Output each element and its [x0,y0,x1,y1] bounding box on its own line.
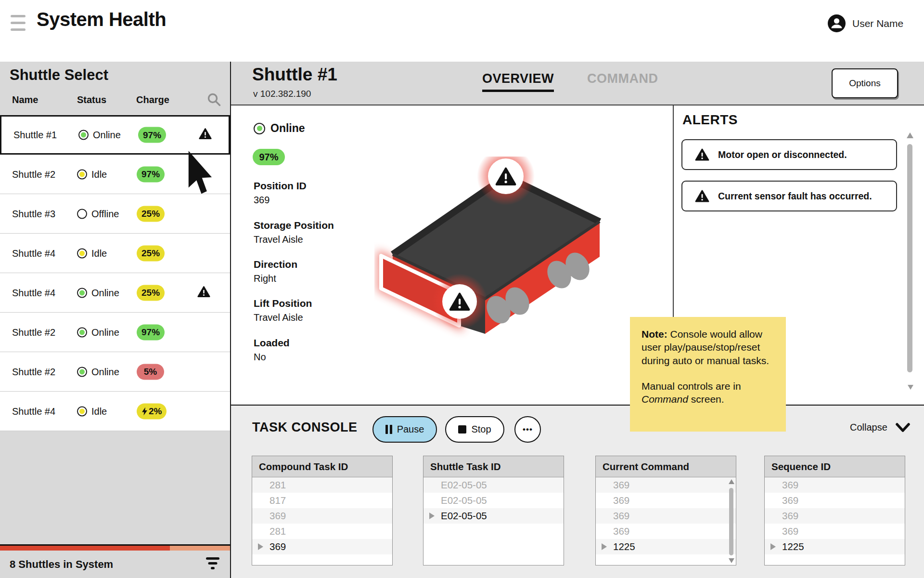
list-item[interactable]: 369 [765,524,905,539]
list-item[interactable]: 369 [596,493,736,508]
shuttle-name: Shuttle #4 [12,248,55,259]
list-item-active[interactable]: 1225 [596,539,736,554]
shuttle-name: Shuttle #2 [12,169,55,180]
table-row-shuttle-3[interactable]: Shuttle #3 Offline 25% [0,194,230,234]
task-console: TASK CONSOLE Pause Stop ••• Collapse Com… [231,405,924,578]
cursor-pointer [187,150,218,197]
warning-icon [197,286,210,300]
field-lift-position: Lift PositionTravel Aisle [254,298,369,323]
list-item[interactable]: 369 [596,477,736,493]
list-item[interactable]: E02-05-05 [424,493,564,508]
options-button[interactable]: Options [832,68,898,98]
list-item-active[interactable]: E02-05-05 [424,508,564,524]
list-header: Sequence ID [765,456,905,477]
warning-icon [695,148,709,161]
active-item-arrow-icon [602,543,607,550]
list-item-active[interactable]: 1225 [765,539,905,554]
pause-icon [385,425,392,434]
alerts-title: ALERTS [682,112,738,128]
scroll-up-icon[interactable] [729,479,734,484]
list-current-command: Current Command 369 369 369 369 1225 [595,456,736,565]
alerts-scrollbar[interactable] [907,132,913,393]
detail-header: Shuttle #1 v 102.382.190 OVERVIEW COMMAN… [231,62,924,105]
user-avatar-icon [828,14,846,32]
list-item[interactable]: 281 [252,524,392,539]
shuttle-name: Shuttle #2 [12,366,55,377]
field-storage-position: Storage PositionTravel Aisle [254,220,369,245]
column-header-status: Status [77,94,106,105]
status-idle-icon [77,248,87,258]
table-row-shuttle-4[interactable]: Shuttle #4 Idle 25% [0,234,230,273]
status-label: Idle [91,406,107,417]
list-item[interactable]: 281 [252,477,392,493]
warning-icon [695,190,709,203]
status-idle-icon [77,169,87,179]
hamburger-menu-icon[interactable] [11,15,27,32]
warning-icon [199,128,212,142]
list-item[interactable]: 369 [596,508,736,524]
list-item[interactable]: 369 [765,493,905,508]
scroll-down-icon[interactable] [908,385,913,390]
overview-panel: Online 97% Position ID369 Storage Positi… [231,105,924,405]
shuttle-name: Shuttle #4 [12,287,55,298]
charge-badge: 97% [138,127,166,143]
field-position-id: Position ID369 [254,180,369,206]
alert-text: Current sensor fault has occurred. [718,191,872,202]
status-online-icon [78,130,89,140]
status-label: Online [91,327,119,338]
sticky-note: Note: Console would allow user play/paus… [630,317,786,432]
list-item[interactable]: 369 [252,508,392,524]
list-item[interactable]: 369 [765,477,905,493]
charge-badge: 25% [137,206,165,222]
status-label: Idle [91,169,107,180]
collapse-control[interactable]: Collapse [850,422,911,433]
scroll-up-icon[interactable] [907,132,913,138]
table-row-shuttle-4c[interactable]: Shuttle #4 Idle 2% [0,392,230,431]
charge-badge: 25% [137,245,165,261]
charge-badge: 97% [253,149,285,165]
table-row-shuttle-2b[interactable]: Shuttle #2 Online 97% [0,313,230,352]
table-row-shuttle-4b[interactable]: Shuttle #4 Online 25% [0,273,230,313]
status-label: Online [270,122,305,135]
stop-button[interactable]: Stop [445,416,504,443]
user-chip[interactable]: User Name [828,14,903,32]
list-item[interactable]: 369 [765,508,905,524]
field-direction: DirectionRight [254,259,369,284]
list-item[interactable]: 817 [252,493,392,508]
list-scrollbar[interactable] [729,479,734,562]
tab-command[interactable]: COMMAND [587,71,658,86]
table-row-shuttle-1[interactable]: Shuttle #1 Online 97% [0,115,230,155]
more-actions-button[interactable]: ••• [514,416,541,443]
table-row-shuttle-2c[interactable]: Shuttle #2 Online 5% [0,352,230,392]
status-label: Offline [91,208,119,219]
search-icon[interactable] [207,92,221,107]
warning-badge-front [432,274,488,329]
filter-icon[interactable] [204,555,221,572]
status-idle-icon [77,406,87,416]
list-item[interactable]: E02-05-05 [424,477,564,493]
list-item-active[interactable]: 369 [252,539,392,554]
app-title: System Health [37,9,166,30]
scroll-down-icon[interactable] [729,558,734,563]
charge-badge: 97% [137,324,165,340]
charge-badge: 2% [137,403,167,419]
scrollbar-thumb[interactable] [907,144,912,372]
scrollbar-thumb[interactable] [729,488,733,555]
active-item-arrow-icon [258,543,263,550]
status-online-icon [77,327,87,337]
list-header: Current Command [596,456,736,477]
tab-overview[interactable]: OVERVIEW [482,71,554,92]
status-offline-icon [77,209,87,219]
list-shuttle-task-id: Shuttle Task ID E02-05-05 E02-05-05 E02-… [423,456,564,565]
list-item[interactable]: 369 [596,524,736,539]
list-sequence-id: Sequence ID 369 369 369 369 1225 [764,456,905,565]
charge-badge: 97% [137,166,165,182]
status-online-icon [254,123,265,134]
charge-badge: 5% [137,364,164,380]
fleet-charge-bar [0,546,230,551]
pause-button[interactable]: Pause [372,416,437,443]
alert-card-motor: Motor open or disconnected. [681,139,897,170]
status-online-icon [77,367,87,377]
status-label: Online [93,130,121,141]
list-compound-task-id: Compound Task ID 281 817 369 281 369 [252,456,393,565]
